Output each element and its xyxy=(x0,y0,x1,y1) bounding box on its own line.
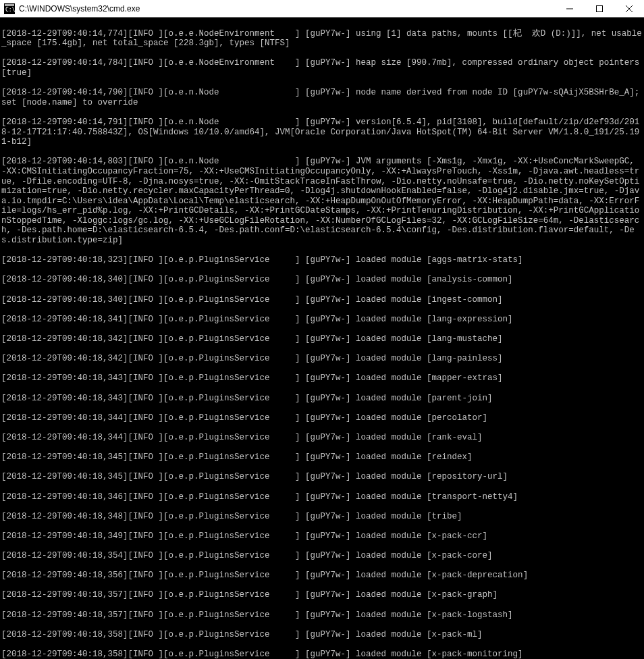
log-line: [2018-12-29T09:40:18,357][INFO ][o.e.p.P… xyxy=(1,610,643,621)
log-line: [2018-12-29T09:40:18,356][INFO ][o.e.p.P… xyxy=(1,571,643,581)
log-line: [2018-12-29T09:40:18,343][INFO ][o.e.p.P… xyxy=(1,373,643,384)
cmd-icon: C:\ xyxy=(4,3,15,14)
svg-rect-1 xyxy=(5,4,14,6)
log-line: [2018-12-29T09:40:18,345][INFO ][o.e.p.P… xyxy=(1,472,643,482)
log-line: [2018-12-29T09:40:18,341][INFO ][o.e.p.P… xyxy=(1,315,643,325)
window-titlebar: C:\ C:\WINDOWS\system32\cmd.exe xyxy=(0,0,644,18)
log-line: [2018-12-29T09:40:14,790][INFO ][o.e.n.N… xyxy=(1,88,643,107)
log-line: [2018-12-29T09:40:18,323][INFO ][o.e.p.P… xyxy=(1,255,643,265)
log-line: [2018-12-29T09:40:18,344][INFO ][o.e.p.P… xyxy=(1,413,643,423)
log-line: [2018-12-29T09:40:14,791][INFO ][o.e.n.N… xyxy=(1,117,643,147)
svg-text:C:\: C:\ xyxy=(5,7,15,13)
log-line: [2018-12-29T09:40:18,344][INFO ][o.e.p.P… xyxy=(1,433,643,443)
log-line: [2018-12-29T09:40:18,357][INFO ][o.e.p.P… xyxy=(1,590,643,600)
terminal-output[interactable]: [2018-12-29T09:40:14,774][INFO ][o.e.e.N… xyxy=(0,18,644,659)
log-line: [2018-12-29T09:40:18,358][INFO ][o.e.p.P… xyxy=(1,630,643,640)
close-button[interactable] xyxy=(614,0,644,18)
log-line: [2018-12-29T09:40:14,774][INFO ][o.e.e.N… xyxy=(1,29,643,49)
log-line: [2018-12-29T09:40:18,345][INFO ][o.e.p.P… xyxy=(1,452,643,463)
window-title: C:\WINDOWS\system32\cmd.exe xyxy=(19,4,555,14)
log-line: [2018-12-29T09:40:14,803][INFO ][o.e.n.N… xyxy=(1,157,643,245)
maximize-button[interactable] xyxy=(585,0,614,18)
log-line: [2018-12-29T09:40:14,784][INFO ][o.e.e.N… xyxy=(1,58,643,78)
log-line: [2018-12-29T09:40:18,340][INFO ][o.e.p.P… xyxy=(1,275,643,285)
log-line: [2018-12-29T09:40:18,342][INFO ][o.e.p.P… xyxy=(1,354,643,364)
minimize-button[interactable] xyxy=(555,0,585,18)
log-line: [2018-12-29T09:40:18,354][INFO ][o.e.p.P… xyxy=(1,551,643,561)
log-line: [2018-12-29T09:40:18,340][INFO ][o.e.p.P… xyxy=(1,295,643,305)
log-line: [2018-12-29T09:40:18,343][INFO ][o.e.p.P… xyxy=(1,394,643,404)
svg-rect-4 xyxy=(597,5,603,11)
log-line: [2018-12-29T09:40:18,346][INFO ][o.e.p.P… xyxy=(1,492,643,502)
log-line: [2018-12-29T09:40:18,348][INFO ][o.e.p.P… xyxy=(1,512,643,522)
log-line: [2018-12-29T09:40:18,342][INFO ][o.e.p.P… xyxy=(1,334,643,344)
log-line: [2018-12-29T09:40:18,358][INFO ][o.e.p.P… xyxy=(1,650,643,659)
log-line: [2018-12-29T09:40:18,349][INFO ][o.e.p.P… xyxy=(1,531,643,542)
